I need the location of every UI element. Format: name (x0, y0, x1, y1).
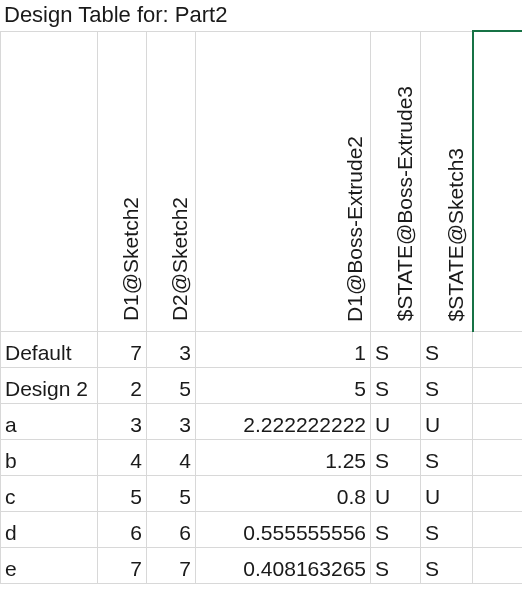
header-label: D1@Sketch2 (119, 195, 142, 323)
cell-empty[interactable] (473, 403, 523, 439)
cell-value[interactable]: 4 (98, 439, 147, 475)
cell-value[interactable]: S (421, 511, 473, 547)
cell-config-name[interactable]: b (1, 439, 98, 475)
cell-config-name[interactable]: Default (1, 331, 98, 367)
cell-value[interactable]: 4 (147, 439, 196, 475)
cell-config-name[interactable]: d (1, 511, 98, 547)
header-d2-sketch2[interactable]: D2@Sketch2 (147, 31, 196, 331)
cell-empty[interactable] (473, 367, 523, 403)
cell-empty[interactable] (473, 475, 523, 511)
cell-value[interactable]: S (371, 511, 421, 547)
cell-empty[interactable] (473, 331, 523, 367)
cell-value[interactable]: S (421, 547, 473, 583)
cell-value[interactable]: U (371, 475, 421, 511)
cell-value[interactable]: 7 (147, 547, 196, 583)
header-label: D1@Boss-Extrude2 (343, 134, 366, 324)
cell-value[interactable]: 5 (147, 475, 196, 511)
cell-value[interactable]: 5 (147, 367, 196, 403)
header-state-boss-extrude3[interactable]: $STATE@Boss-Extrude3 (371, 31, 421, 331)
design-table-title: Design Table for: Part2 (0, 0, 522, 30)
cell-value[interactable]: 0.555555556 (196, 511, 371, 547)
table-row[interactable]: b 4 4 1.25 S S (1, 439, 523, 475)
cell-value[interactable]: 3 (147, 331, 196, 367)
cell-value[interactable]: S (421, 439, 473, 475)
table-row[interactable]: Default 7 3 1 S S (1, 331, 523, 367)
table-row[interactable]: Design 2 2 5 5 S S (1, 367, 523, 403)
header-state-sketch3[interactable]: $STATE@Sketch3 (421, 31, 473, 331)
design-table[interactable]: D1@Sketch2 D2@Sketch2 D1@Boss-Extrude2 $… (0, 30, 522, 584)
cell-value[interactable]: 6 (98, 511, 147, 547)
cell-value[interactable]: S (371, 547, 421, 583)
cell-value[interactable]: 7 (98, 331, 147, 367)
header-d1-boss-extrude2[interactable]: D1@Boss-Extrude2 (196, 31, 371, 331)
cell-empty[interactable] (473, 439, 523, 475)
header-config-name[interactable] (1, 31, 98, 331)
cell-value[interactable]: 0.8 (196, 475, 371, 511)
cell-value[interactable]: 2 (98, 367, 147, 403)
header-label: $STATE@Boss-Extrude3 (393, 84, 416, 323)
cell-value[interactable]: 3 (147, 403, 196, 439)
cell-empty[interactable] (473, 511, 523, 547)
table-row[interactable]: e 7 7 0.408163265 S S (1, 547, 523, 583)
cell-config-name[interactable]: c (1, 475, 98, 511)
table-row[interactable]: a 3 3 2.222222222 U U (1, 403, 523, 439)
header-row: D1@Sketch2 D2@Sketch2 D1@Boss-Extrude2 $… (1, 31, 523, 331)
cell-value[interactable]: 3 (98, 403, 147, 439)
cell-value[interactable]: 1.25 (196, 439, 371, 475)
cell-value[interactable]: 1 (196, 331, 371, 367)
cell-value[interactable]: 2.222222222 (196, 403, 371, 439)
header-empty-selected[interactable] (473, 31, 523, 331)
cell-config-name[interactable]: Design 2 (1, 367, 98, 403)
cell-config-name[interactable]: a (1, 403, 98, 439)
cell-value[interactable]: 7 (98, 547, 147, 583)
table-row[interactable]: d 6 6 0.555555556 S S (1, 511, 523, 547)
cell-value[interactable]: U (371, 403, 421, 439)
cell-empty[interactable] (473, 547, 523, 583)
cell-value[interactable]: 0.408163265 (196, 547, 371, 583)
cell-value[interactable]: S (421, 367, 473, 403)
cell-value[interactable]: U (421, 403, 473, 439)
cell-value[interactable]: 5 (196, 367, 371, 403)
cell-value[interactable]: S (371, 331, 421, 367)
cell-value[interactable]: 5 (98, 475, 147, 511)
cell-value[interactable]: U (421, 475, 473, 511)
cell-value[interactable]: S (421, 331, 473, 367)
cell-value[interactable]: S (371, 439, 421, 475)
header-d1-sketch2[interactable]: D1@Sketch2 (98, 31, 147, 331)
cell-value[interactable]: S (371, 367, 421, 403)
cell-config-name[interactable]: e (1, 547, 98, 583)
header-label: D2@Sketch2 (168, 195, 191, 323)
table-row[interactable]: c 5 5 0.8 U U (1, 475, 523, 511)
cell-value[interactable]: 6 (147, 511, 196, 547)
header-label: $STATE@Sketch3 (444, 146, 467, 323)
